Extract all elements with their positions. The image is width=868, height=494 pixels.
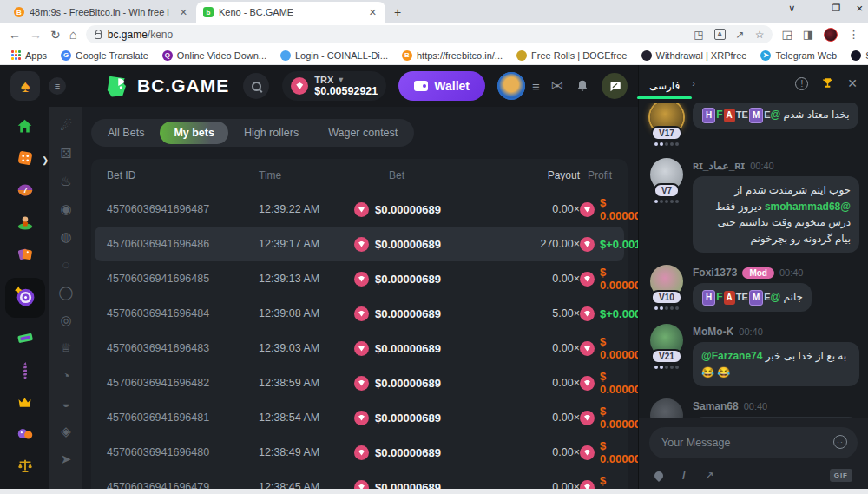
- extensions-puzzle-icon[interactable]: ◲: [781, 28, 792, 41]
- bell-icon[interactable]: [575, 79, 589, 94]
- crown-gray-icon[interactable]: ♕: [60, 341, 71, 354]
- sidebar-item-lottery-ticket[interactable]: [10, 329, 40, 350]
- tab-wager-contest[interactable]: Wager contest: [314, 122, 411, 144]
- table-row[interactable]: 45706036941696479 12:38:45 AM $0.0000068…: [95, 470, 624, 489]
- mention[interactable]: @smohammad68: [765, 201, 851, 213]
- message-bubble[interactable]: @Farzane74 به بع از خدا بی خبر 😂 😂: [693, 342, 859, 386]
- search-button[interactable]: [243, 73, 269, 99]
- tab-all-bets[interactable]: All Bets: [94, 122, 158, 144]
- bookmark-star-icon[interactable]: ☆: [755, 29, 765, 41]
- comet-icon[interactable]: ☄: [60, 119, 71, 132]
- browser-tab-keno[interactable]: b Keno - BC.GAME ✕: [196, 2, 385, 23]
- rocket-icon[interactable]: ↗: [705, 469, 714, 482]
- bomb-icon[interactable]: ◈: [61, 425, 71, 438]
- username[interactable]: Foxi1373: [693, 267, 737, 279]
- bcgame-logo[interactable]: BC.GAME: [104, 73, 229, 99]
- forward-icon[interactable]: →: [30, 29, 42, 41]
- username[interactable]: MoMo-K: [693, 326, 733, 338]
- table-row[interactable]: 45706036941696486 12:39:17 AM $0.0000068…: [95, 227, 624, 261]
- tab-close-icon[interactable]: ✕: [367, 7, 378, 18]
- bookmark-item[interactable]: Withdrawal | XRPfree: [641, 50, 747, 61]
- bookmark-item[interactable]: Q Online Video Down...: [162, 50, 266, 61]
- dice-small-icon[interactable]: ⚄: [60, 147, 71, 160]
- planet-icon[interactable]: ◍: [60, 230, 71, 243]
- bookmark-item[interactable]: Apps: [10, 50, 47, 61]
- gif-icon[interactable]: GIF: [830, 469, 852, 482]
- username[interactable]: Saman68: [693, 400, 739, 412]
- table-row[interactable]: 45706036941696485 12:39:13 AM $0.0000068…: [95, 261, 624, 296]
- sidebar-item-vip-wreath[interactable]: [10, 361, 40, 382]
- window-close-icon[interactable]: ×: [856, 2, 863, 15]
- sidebar-item-crown[interactable]: [10, 393, 40, 414]
- chat-language-tab[interactable]: فارسی: [649, 75, 680, 92]
- currency-selector[interactable]: TRX▼ $0.00592921: [282, 71, 386, 101]
- egg-icon[interactable]: ◯: [59, 286, 74, 299]
- rain-icon[interactable]: [653, 469, 665, 481]
- message-bubble[interactable]: خوب اینم شرمندت شدم از @smohammad68 دیرو…: [693, 176, 859, 253]
- sidebar-item-dice[interactable]: ❯: [10, 149, 40, 170]
- bookmark-item[interactable]: ➤ Telegram Web: [760, 50, 837, 61]
- username[interactable]: ʀɪ_عماد_ʀɪ: [693, 160, 745, 172]
- chat-close-icon[interactable]: ✕: [847, 76, 858, 90]
- reload-icon[interactable]: ↻: [50, 29, 61, 41]
- bookmark-item[interactable]: B https://freebitco.in/...: [402, 50, 503, 61]
- user-menu[interactable]: ≡: [497, 72, 539, 100]
- fireball-icon[interactable]: ◉: [60, 202, 71, 215]
- user-avatar[interactable]: [497, 72, 525, 100]
- spade-icon[interactable]: ♠: [10, 71, 40, 101]
- table-row[interactable]: 45706036941696480 12:38:49 AM $0.0000068…: [95, 435, 624, 470]
- address-bar[interactable]: bc.game/keno ◳ A ↗ ☆: [86, 25, 773, 43]
- share-icon[interactable]: ↗: [736, 29, 745, 41]
- sidebar-item-slots[interactable]: 7: [10, 181, 40, 202]
- chat-rules-icon[interactable]: !: [795, 77, 808, 90]
- bookmark-item[interactable]: Speedtest by Ookla...: [851, 50, 868, 61]
- chat-message-input[interactable]: [649, 427, 858, 458]
- avatar[interactable]: [650, 398, 683, 418]
- table-row[interactable]: 45706036941696481 12:38:54 AM $0.0000068…: [95, 400, 624, 435]
- home-icon-browser[interactable]: ⌂: [69, 28, 77, 41]
- pot-icon[interactable]: ♨: [60, 175, 71, 188]
- chevron-right-icon[interactable]: ›: [692, 78, 695, 89]
- side-panel-icon[interactable]: ◨: [803, 28, 813, 41]
- table-row[interactable]: 45706036941696483 12:39:03 AM $0.0000068…: [95, 331, 624, 366]
- rocket-icon[interactable]: ➤: [61, 452, 72, 465]
- message-bubble[interactable]: جانم @FATEMEH: [693, 283, 812, 312]
- bookmark-item[interactable]: G Google Translate: [61, 50, 148, 61]
- message-bubble[interactable]: بخدا معتاد شدم @FATEMEH: [693, 103, 858, 129]
- wallet-button[interactable]: Wallet: [398, 71, 485, 101]
- sidebar-item-keno-target[interactable]: [5, 278, 45, 318]
- tab-close-icon[interactable]: ✕: [178, 7, 189, 18]
- tab-my-bets[interactable]: My bets: [160, 122, 228, 144]
- sidebar-item-party-masks[interactable]: [10, 425, 40, 446]
- window-minimize-icon[interactable]: –: [811, 3, 816, 14]
- chat-commands-icon[interactable]: /: [682, 469, 686, 482]
- sidebar-item-affiliate-scales[interactable]: [10, 458, 40, 478]
- open-in-window-icon[interactable]: ◳: [694, 29, 703, 41]
- sidebar-item-live-casino[interactable]: [10, 214, 40, 234]
- window-maximize-icon[interactable]: ❐: [832, 3, 841, 14]
- emoji-picker-icon[interactable]: ··: [833, 435, 847, 449]
- table-row[interactable]: 45706036941696482 12:38:59 AM $0.0000068…: [95, 366, 624, 400]
- bookmark-item[interactable]: Login - COINALL-Di...: [280, 50, 388, 61]
- browser-tab-freebitco[interactable]: B 48m:9s - FreeBitco.in - Win free l ✕: [7, 2, 196, 23]
- mention[interactable]: @Farzane74: [701, 350, 762, 362]
- coins-icon[interactable]: ◎: [60, 313, 71, 326]
- sidebar-item-promotions[interactable]: [10, 246, 40, 267]
- circle-icon[interactable]: ◌: [62, 258, 70, 271]
- bookmark-item[interactable]: Free Rolls | DOGEfree: [516, 50, 627, 61]
- back-icon[interactable]: ←: [9, 29, 21, 41]
- translate-icon[interactable]: A: [714, 29, 726, 40]
- tab-high-rollers[interactable]: High rollers: [230, 122, 312, 144]
- table-row[interactable]: 45706036941696484 12:39:08 AM $0.0000068…: [95, 296, 624, 331]
- table-row[interactable]: 45706036941696487 12:39:22 AM $0.0000068…: [95, 192, 624, 227]
- mask-gray-icon[interactable]: ◒: [62, 397, 69, 410]
- chat-toggle-icon[interactable]: [602, 73, 628, 99]
- collapse-menu-icon[interactable]: ≡: [49, 77, 66, 95]
- sidebar-item-home[interactable]: [10, 117, 40, 138]
- browser-menu-icon[interactable]: ⋮: [848, 28, 859, 41]
- trophy-icon[interactable]: [820, 76, 835, 91]
- mail-icon[interactable]: ✉: [551, 77, 563, 96]
- ball-icon[interactable]: ◔: [62, 369, 69, 382]
- window-menu-icon[interactable]: ∨: [788, 3, 795, 14]
- new-tab-button[interactable]: +: [394, 5, 401, 19]
